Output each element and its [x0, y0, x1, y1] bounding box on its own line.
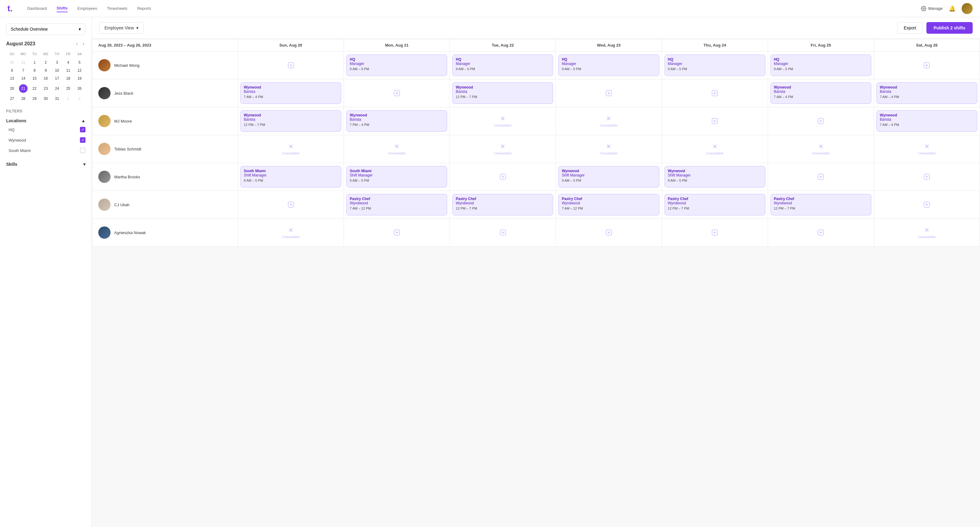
shift-block[interactable]: WynwoodShift Manager9 AM – 5 PM: [665, 166, 765, 188]
manage-button[interactable]: Manage: [921, 6, 943, 11]
location-checkbox-hq[interactable]: [80, 127, 86, 132]
add-shift-button[interactable]: [452, 222, 553, 243]
add-shift-button[interactable]: [665, 83, 765, 104]
add-shift-button[interactable]: [770, 166, 871, 188]
cal-day-30[interactable]: 30: [40, 95, 51, 102]
cal-day-8[interactable]: 8: [29, 67, 40, 74]
nav-dashboard[interactable]: Dashboard: [27, 5, 47, 12]
add-shift-button[interactable]: [770, 222, 871, 243]
shift-cell-4-2[interactable]: [450, 163, 556, 191]
shift-block[interactable]: Pastry ChefWyndwood7 AM – 12 PM: [558, 194, 659, 215]
cal-day-17[interactable]: 17: [52, 75, 62, 82]
shift-cell-6-4[interactable]: [662, 219, 768, 247]
cal-day-18[interactable]: 18: [63, 75, 74, 82]
add-shift-button[interactable]: [770, 110, 871, 132]
locations-filter-header[interactable]: Locations ▲: [6, 117, 86, 124]
shift-block[interactable]: HQManager9 AM – 5 PM: [665, 54, 765, 76]
cal-day-3[interactable]: 3: [52, 59, 62, 66]
cal-day-21[interactable]: 21: [18, 83, 29, 94]
shift-cell-6-5[interactable]: [768, 219, 874, 247]
shift-cell-4-6[interactable]: [874, 163, 980, 191]
shift-block[interactable]: HQManager9 AM – 5 PM: [770, 54, 871, 76]
prev-month-button[interactable]: ‹: [75, 41, 79, 46]
cal-day-6[interactable]: 6: [7, 67, 18, 74]
cal-day-16[interactable]: 16: [40, 75, 51, 82]
shift-cell-6-1[interactable]: [344, 219, 450, 247]
add-shift-button[interactable]: [877, 54, 977, 76]
export-button[interactable]: Export: [897, 22, 923, 34]
notification-bell-icon[interactable]: 🔔: [949, 5, 956, 12]
shift-cell-2-4[interactable]: [662, 107, 768, 135]
add-shift-button[interactable]: [558, 83, 659, 104]
cal-day-10[interactable]: 10: [52, 67, 62, 74]
add-shift-button[interactable]: [240, 54, 341, 76]
cal-day-28[interactable]: 28: [18, 95, 29, 102]
shift-cell-5-0[interactable]: [238, 191, 344, 219]
shift-block[interactable]: WynwoodShift Manager9 AM – 5 PM: [558, 166, 659, 188]
shift-cell-5-6[interactable]: [874, 191, 980, 219]
shift-block[interactable]: South MiamiShift Manager9 AM – 5 PM: [346, 166, 447, 188]
shift-cell-1-1[interactable]: [344, 80, 450, 107]
shift-cell-0-0[interactable]: [238, 51, 344, 80]
skills-filter-header[interactable]: Skills ▾: [6, 161, 86, 168]
shift-cell-6-2[interactable]: [450, 219, 556, 247]
cal-day-5[interactable]: 5: [74, 59, 85, 66]
shift-cell-1-4[interactable]: [662, 80, 768, 107]
shift-block[interactable]: WynwoodBarista7 AM – 4 PM: [877, 110, 977, 132]
shift-cell-6-3[interactable]: [556, 219, 662, 247]
shift-block[interactable]: Pastry ChefWyndwood7 AM – 12 PM: [346, 194, 447, 215]
cal-day-14[interactable]: 14: [18, 75, 29, 82]
cal-day-2[interactable]: 2: [74, 95, 85, 102]
shift-cell-1-3[interactable]: [556, 80, 662, 107]
cal-day-26[interactable]: 26: [74, 83, 85, 94]
add-shift-button[interactable]: [346, 222, 447, 243]
shift-block[interactable]: Pastry ChefWyndwood12 PM – 7 PM: [452, 194, 553, 215]
shift-block[interactable]: WynwoodBarista7 AM – 4 PM: [770, 83, 871, 104]
cal-day-15[interactable]: 15: [29, 75, 40, 82]
cal-day-29[interactable]: 29: [29, 95, 40, 102]
location-checkbox-wynwood[interactable]: [80, 137, 86, 143]
shift-block[interactable]: WynwoodBarista12 PM – 7 PM: [452, 83, 553, 104]
next-month-button[interactable]: ›: [81, 41, 86, 46]
nav-employees[interactable]: Employees: [78, 5, 97, 12]
shift-block[interactable]: HQManager9 AM – 5 PM: [452, 54, 553, 76]
shift-block[interactable]: HQManager9 AM – 5 PM: [346, 54, 447, 76]
add-shift-button[interactable]: [665, 110, 765, 132]
cal-day-2[interactable]: 2: [40, 59, 51, 66]
employee-view-dropdown[interactable]: Employee View ▾: [99, 22, 144, 34]
cal-day-22[interactable]: 22: [29, 83, 40, 94]
cal-day-23[interactable]: 23: [40, 83, 51, 94]
cal-day-13[interactable]: 13: [7, 75, 18, 82]
cal-day-1[interactable]: 1: [29, 59, 40, 66]
shift-block[interactable]: WynwoodBarista12 PM – 7 PM: [240, 110, 341, 132]
shift-block[interactable]: HQManager9 AM – 5 PM: [558, 54, 659, 76]
cal-day-24[interactable]: 24: [52, 83, 62, 94]
shift-cell-4-5[interactable]: [768, 163, 874, 191]
shift-block[interactable]: Pastry ChefWyndwood12 PM – 7 PM: [770, 194, 871, 215]
publish-shifts-button[interactable]: Publish 2 shifts: [926, 22, 973, 34]
add-shift-button[interactable]: [665, 222, 765, 243]
shift-block[interactable]: WynwoodBarista7 AM – 4 PM: [240, 83, 341, 104]
shift-block[interactable]: Pastry ChefWyndwood12 PM – 7 PM: [665, 194, 765, 215]
cal-day-19[interactable]: 19: [74, 75, 85, 82]
add-shift-button[interactable]: [240, 194, 341, 215]
cal-day-9[interactable]: 9: [40, 67, 51, 74]
add-shift-button[interactable]: [452, 166, 553, 188]
shift-block[interactable]: South MiamiShift Manager9 AM – 5 PM: [240, 166, 341, 188]
cal-day-7[interactable]: 7: [18, 67, 29, 74]
add-shift-button[interactable]: [877, 194, 977, 215]
user-avatar[interactable]: [962, 3, 973, 14]
cal-day-31[interactable]: 31: [18, 59, 29, 66]
add-shift-button[interactable]: [558, 222, 659, 243]
cal-day-4[interactable]: 4: [63, 59, 74, 66]
shift-cell-2-5[interactable]: [768, 107, 874, 135]
shift-cell-0-6[interactable]: [874, 51, 980, 80]
schedule-overview-dropdown[interactable]: Schedule Overview ▾: [6, 23, 86, 35]
add-shift-button[interactable]: [346, 83, 447, 104]
cal-day-20[interactable]: 20: [7, 83, 18, 94]
cal-day-27[interactable]: 27: [7, 95, 18, 102]
cal-day-1[interactable]: 1: [63, 95, 74, 102]
cal-day-25[interactable]: 25: [63, 83, 74, 94]
cal-day-31[interactable]: 31: [52, 95, 62, 102]
nav-reports[interactable]: Reports: [137, 5, 151, 12]
